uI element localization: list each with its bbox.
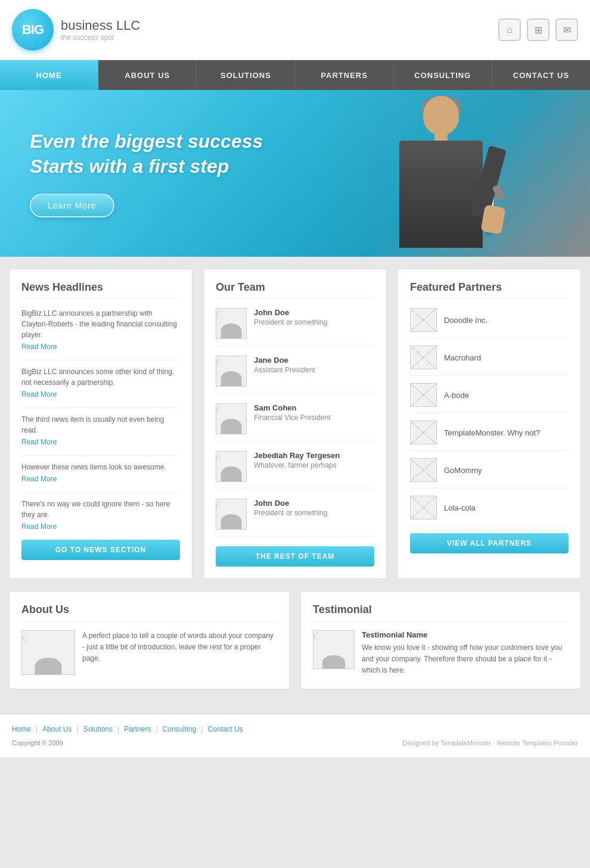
hero-image	[292, 90, 590, 257]
hero-figure	[352, 90, 530, 257]
news-read-more-3[interactable]: Read More	[21, 438, 180, 446]
about-section: About Us A perfect place to tell a coupl…	[9, 591, 290, 689]
news-section: News Headlines BigBiz LLC announces a pa…	[9, 269, 192, 579]
team-member-4: Jebediah Ray Tergesen Whatever, farmer p…	[216, 451, 374, 490]
news-read-more-5[interactable]: Read More	[21, 522, 180, 531]
testimonial-text-area: Testimonial Name We know you love it - s…	[362, 630, 569, 677]
team-member-2: Jane Doe Assistant President	[216, 356, 374, 394]
logo-big-text: BIG	[22, 22, 44, 38]
three-column-section: News Headlines BigBiz LLC announces a pa…	[9, 269, 581, 579]
news-title: News Headlines	[21, 281, 180, 299]
partner-name-1: Dooodle Inc.	[444, 316, 487, 325]
news-text-3: The third news item is usually not even …	[21, 414, 180, 435]
partners-title: Featured Partners	[410, 281, 569, 299]
news-text-4: However these news items look so awesome…	[21, 462, 180, 472]
news-item-4: However these news items look so awesome…	[21, 462, 180, 483]
hero-banner: Even the biggest success Starts with a f…	[0, 90, 590, 257]
news-read-more-4[interactable]: Read More	[21, 475, 180, 483]
news-item-3: The third news item is usually not even …	[21, 414, 180, 446]
partner-logo-2	[410, 346, 437, 369]
team-member-5: John Doe President or something	[216, 499, 374, 537]
news-read-more-2[interactable]: Read More	[21, 390, 180, 399]
partner-name-3: A-bode	[444, 391, 469, 400]
team-photo-2	[216, 356, 247, 387]
about-content: A perfect place to tell a couple of word…	[21, 630, 277, 675]
testimonial-body: We know you love it - showing off how yo…	[362, 642, 569, 677]
footer-bottom: Copyright © 2009 Designed by TemplateMon…	[12, 739, 578, 746]
partner-logo-3	[410, 383, 437, 407]
footer-sep-2: |	[77, 725, 79, 733]
footer-sep-1: |	[36, 725, 38, 733]
nav-item-consulting[interactable]: CONSULTING	[394, 60, 492, 90]
partner-item-2: Macrohard	[410, 346, 569, 376]
team-name-2: Jane Doe	[254, 356, 315, 365]
team-photo-1	[216, 308, 247, 339]
hero-line1: Even the biggest success	[30, 130, 263, 152]
partner-item-4: TemplateMonster. Why not?	[410, 421, 569, 451]
nav-item-about[interactable]: ABOUT US	[98, 60, 197, 90]
footer-link-home[interactable]: Home	[12, 725, 31, 733]
footer-sep-5: |	[201, 725, 203, 733]
hero-learn-more-button[interactable]: Learn More	[30, 194, 114, 217]
footer-sep-4: |	[156, 725, 157, 733]
news-item-2: BigBiz LLC announces some other kind of …	[21, 366, 180, 399]
news-section-button[interactable]: GO TO NEWS SECTION	[21, 540, 180, 560]
partner-logo-5	[410, 458, 437, 482]
team-section: Our Team John Doe President or something…	[203, 269, 387, 579]
footer-link-consulting[interactable]: Consulting	[163, 725, 197, 733]
footer-link-contact[interactable]: Contact Us	[207, 725, 243, 733]
footer-nav: Home | About Us | Solutions | Partners |…	[12, 725, 578, 733]
team-info-2: Jane Doe Assistant President	[254, 356, 315, 374]
logo-area: BIG business LLC the success spot	[12, 9, 140, 51]
testimonial-title: Testimonial	[313, 603, 569, 621]
footer: Home | About Us | Solutions | Partners |…	[0, 713, 590, 757]
mail-icon-btn[interactable]: ✉	[555, 18, 578, 41]
partner-item-5: GoMommy	[410, 458, 569, 489]
footer-link-about[interactable]: About Us	[42, 725, 72, 733]
about-image	[21, 630, 75, 675]
news-text-5: There's no way we could ignore them - so…	[21, 499, 180, 520]
main-content: News Headlines BigBiz LLC announces a pa…	[0, 257, 590, 713]
partner-item-6: Lola-cola	[410, 496, 569, 526]
team-name-1: John Doe	[254, 308, 327, 317]
partners-section: Featured Partners Dooodle Inc. Macrohard…	[398, 269, 581, 579]
two-column-section: About Us A perfect place to tell a coupl…	[9, 591, 581, 689]
nav-item-home[interactable]: HOME	[0, 60, 98, 90]
partner-item-1: Dooodle Inc.	[410, 308, 569, 338]
logo-text: business LLC the success spot	[61, 18, 140, 42]
nav-item-contact[interactable]: CONTACT US	[492, 60, 590, 90]
team-photo-5	[216, 499, 247, 530]
hero-line2: Starts with a first step	[30, 155, 229, 177]
copyright-text: Copyright © 2009	[12, 739, 63, 746]
team-role-5: President or something	[254, 509, 327, 517]
hero-headline: Even the biggest success Starts with a f…	[30, 129, 263, 179]
team-member-1: John Doe President or something	[216, 308, 374, 347]
main-nav: HOME ABOUT US SOLUTIONS PARTNERS CONSULT…	[0, 60, 590, 90]
team-name-3: Sam Cohen	[254, 403, 331, 412]
footer-link-partners[interactable]: Partners	[124, 725, 151, 733]
logo-icon[interactable]: BIG	[12, 9, 54, 51]
team-title: Our Team	[216, 281, 374, 299]
testimonial-image	[313, 630, 355, 669]
logo-tagline: the success spot	[61, 33, 140, 42]
team-role-2: Assistant President	[254, 366, 315, 374]
about-title: About Us	[21, 603, 277, 621]
news-text-1: BigBiz LLC announces a partnership with …	[21, 308, 180, 340]
footer-link-solutions[interactable]: Solutions	[83, 725, 113, 733]
hero-text: Even the biggest success Starts with a f…	[0, 105, 293, 241]
nav-item-partners[interactable]: PARTNERS	[296, 60, 394, 90]
news-item-5: There's no way we could ignore them - so…	[21, 499, 180, 531]
team-section-button[interactable]: THE REST OF TEAM	[216, 546, 374, 567]
partners-section-button[interactable]: VIEW ALL PARTNERS	[410, 533, 569, 553]
partner-logo-4	[410, 421, 437, 444]
team-info-5: John Doe President or something	[254, 499, 327, 517]
nav-item-solutions[interactable]: SOLUTIONS	[197, 60, 295, 90]
partner-name-2: Macrohard	[444, 353, 481, 362]
footer-credit: Designed by TemplateMonster - Website Te…	[402, 739, 578, 746]
team-photo-3	[216, 403, 247, 434]
partner-name-6: Lola-cola	[444, 503, 476, 512]
partner-item-3: A-bode	[410, 383, 569, 413]
grid-icon-btn[interactable]: ⊞	[527, 18, 549, 41]
news-read-more-1[interactable]: Read More	[21, 343, 180, 351]
home-icon-btn[interactable]: ⌂	[498, 18, 521, 41]
